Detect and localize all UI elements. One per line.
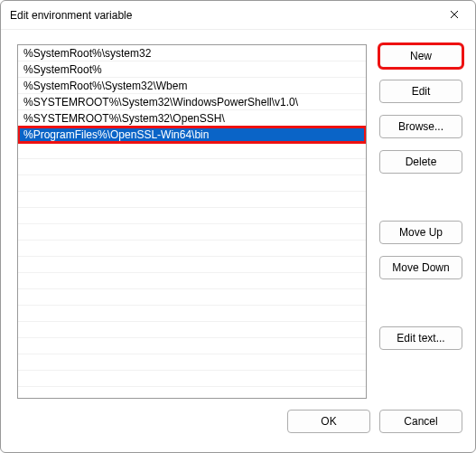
list-item-empty[interactable] <box>18 257 366 273</box>
list-item-empty[interactable] <box>18 159 366 175</box>
list-item-empty[interactable] <box>18 241 366 257</box>
list-item-empty[interactable] <box>18 192 366 208</box>
list-item[interactable]: %SystemRoot%\system32 <box>18 45 366 61</box>
new-button[interactable]: New <box>379 44 462 68</box>
list-item-empty[interactable] <box>18 143 366 159</box>
dialog-content: %SystemRoot%\system32%SystemRoot%%System… <box>1 30 475 410</box>
side-button-column: New Edit Browse... Delete Move Up Move D… <box>379 44 462 399</box>
list-item[interactable]: %SYSTEMROOT%\System32\OpenSSH\ <box>18 110 366 127</box>
list-item-empty[interactable] <box>18 306 366 322</box>
close-icon <box>450 9 459 22</box>
list-item-empty[interactable] <box>18 354 366 371</box>
move-down-button[interactable]: Move Down <box>379 256 462 279</box>
list-item[interactable]: %SYSTEMROOT%\System32\WindowsPowerShell\… <box>18 94 366 110</box>
edit-text-button[interactable]: Edit text... <box>379 326 462 350</box>
list-item-empty[interactable] <box>18 208 366 224</box>
delete-button[interactable]: Delete <box>379 150 462 174</box>
list-item-empty[interactable] <box>18 371 366 387</box>
window-title: Edit environment variable <box>10 9 132 22</box>
move-up-button[interactable]: Move Up <box>379 221 462 244</box>
dialog-footer: OK Cancel <box>1 410 475 444</box>
list-item-empty[interactable] <box>18 273 366 289</box>
browse-button[interactable]: Browse... <box>379 115 462 138</box>
window-titlebar: Edit environment variable <box>1 1 475 30</box>
list-item-empty[interactable] <box>18 175 366 192</box>
list-item-empty[interactable] <box>18 387 366 399</box>
list-item-empty[interactable] <box>18 289 366 306</box>
path-listbox[interactable]: %SystemRoot%\system32%SystemRoot%%System… <box>17 44 367 399</box>
list-item-empty[interactable] <box>18 338 366 354</box>
list-item[interactable]: %SystemRoot% <box>18 61 366 78</box>
ok-button[interactable]: OK <box>287 410 370 433</box>
window-close-button[interactable] <box>434 1 475 29</box>
cancel-button[interactable]: Cancel <box>379 410 462 433</box>
list-item[interactable]: %ProgramFiles%\OpenSSL-Win64\bin <box>18 127 366 143</box>
edit-button[interactable]: Edit <box>379 80 462 103</box>
list-item-empty[interactable] <box>18 322 366 338</box>
list-item[interactable]: %SystemRoot%\System32\Wbem <box>18 78 366 94</box>
list-item-empty[interactable] <box>18 224 366 241</box>
